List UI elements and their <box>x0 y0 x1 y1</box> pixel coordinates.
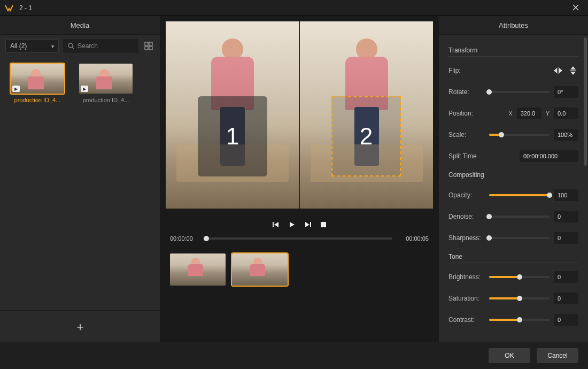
search-input[interactable]: Search <box>63 39 138 53</box>
flip-vertical-button[interactable] <box>568 65 578 76</box>
prev-frame-button[interactable] <box>272 221 280 228</box>
scrubber-track[interactable] <box>206 237 392 240</box>
media-filter-label: All (2) <box>10 42 27 50</box>
saturation-value[interactable]: 0 <box>554 293 578 304</box>
region-marker-1[interactable]: 1 <box>198 96 267 176</box>
svg-rect-10 <box>310 222 311 227</box>
svg-marker-7 <box>274 222 278 227</box>
saturation-slider[interactable] <box>489 297 550 299</box>
thumbnail-name: production ID_4... <box>9 97 66 103</box>
denoise-slider[interactable] <box>489 216 550 218</box>
sharpness-value[interactable]: 0 <box>554 232 578 244</box>
media-filter-dropdown[interactable]: All (2) ▾ <box>5 39 59 53</box>
svg-marker-15 <box>570 66 576 70</box>
saturation-label: Saturation: <box>448 295 485 302</box>
stop-button[interactable] <box>320 221 327 228</box>
play-button[interactable] <box>288 221 296 228</box>
svg-marker-14 <box>559 68 562 73</box>
brightness-label: Brightness: <box>448 273 485 281</box>
brightness-value[interactable]: 0 <box>554 271 578 283</box>
thumbnail-image: ▶ <box>11 64 64 94</box>
media-thumbnail[interactable]: ▶ production ID_4... <box>9 64 66 103</box>
rotate-label: Rotate: <box>448 88 485 96</box>
plus-icon: ＋ <box>74 319 86 335</box>
next-frame-button[interactable] <box>304 221 312 228</box>
media-panel-title: Media <box>0 16 160 35</box>
sharpness-label: Sharpness: <box>448 234 485 242</box>
flip-label: Flip: <box>448 67 485 74</box>
dialog-footer: OK Cancel <box>0 342 588 369</box>
contrast-slider[interactable] <box>489 319 550 321</box>
time-current: 00:00:00 <box>170 235 201 242</box>
scrollbar[interactable] <box>584 37 587 166</box>
svg-rect-5 <box>149 47 152 50</box>
search-icon <box>68 43 74 49</box>
position-label: Position: <box>448 110 485 117</box>
window-title: 2 - 1 <box>19 4 568 12</box>
attributes-panel-title: Attributes <box>439 16 588 35</box>
close-button[interactable] <box>568 4 584 12</box>
denoise-value[interactable]: 0 <box>554 211 578 222</box>
section-transform: Transform <box>448 44 578 57</box>
svg-marker-17 <box>570 72 576 75</box>
sharpness-slider[interactable] <box>489 237 550 239</box>
y-label: Y <box>546 110 550 117</box>
play-badge-icon: ▶ <box>12 86 20 92</box>
region-marker-2[interactable]: 2 <box>331 96 401 176</box>
svg-point-0 <box>68 43 73 48</box>
ok-button[interactable]: OK <box>489 348 530 363</box>
brightness-slider[interactable] <box>489 276 550 278</box>
svg-line-1 <box>72 47 74 49</box>
scale-value[interactable]: 100% <box>554 129 578 141</box>
chevron-down-icon: ▾ <box>51 43 54 49</box>
media-panel: Media All (2) ▾ Search ▶ production ID_4… <box>0 16 160 342</box>
scale-slider[interactable] <box>489 134 550 136</box>
svg-rect-6 <box>273 222 274 227</box>
contrast-label: Contrast: <box>448 316 485 324</box>
opacity-value[interactable]: 100 <box>554 189 578 201</box>
time-total: 00:00:05 <box>398 235 429 242</box>
scrubber-knob[interactable] <box>204 236 209 241</box>
svg-marker-9 <box>305 222 310 227</box>
scale-label: Scale: <box>448 131 485 139</box>
svg-rect-11 <box>321 222 326 227</box>
section-tone: Tone <box>448 251 578 263</box>
attributes-panel: Attributes Transform Flip: Rotate: 0° P <box>438 16 588 342</box>
grid-view-icon[interactable] <box>143 40 154 52</box>
svg-marker-8 <box>290 222 295 227</box>
play-badge-icon: ▶ <box>81 86 88 92</box>
search-placeholder: Search <box>78 42 98 50</box>
thumbnail-image: ▶ <box>79 64 133 94</box>
timeline-clip[interactable] <box>232 253 288 286</box>
opacity-label: Opacity: <box>448 191 485 199</box>
svg-marker-12 <box>554 68 557 73</box>
rotate-value[interactable]: 0° <box>554 86 578 98</box>
preview-panel: 1 2 00:00:00 00:00:05 <box>160 16 438 342</box>
contrast-value[interactable]: 0 <box>554 314 578 326</box>
title-bar: 2 - 1 <box>0 0 588 16</box>
timeline-clip[interactable] <box>170 253 226 286</box>
denoise-label: Denoise: <box>448 213 485 220</box>
x-label: X <box>508 110 512 117</box>
svg-rect-2 <box>145 42 148 45</box>
position-y-value[interactable]: 0.0 <box>554 107 578 119</box>
svg-rect-4 <box>145 47 148 50</box>
split-time-label: Split Time <box>448 152 487 160</box>
section-compositing: Compositing <box>448 169 578 181</box>
app-logo-icon <box>4 3 14 13</box>
media-thumbnail[interactable]: ▶ production ID_4... <box>77 64 135 103</box>
svg-rect-3 <box>149 42 152 45</box>
opacity-slider[interactable] <box>489 194 550 196</box>
position-x-value[interactable]: 320.0 <box>517 107 541 119</box>
preview-canvas[interactable]: 1 2 <box>166 21 433 209</box>
rotate-slider[interactable] <box>489 91 550 93</box>
add-media-button[interactable]: ＋ <box>0 310 160 342</box>
flip-horizontal-button[interactable] <box>553 65 563 76</box>
split-time-value[interactable]: 00:00:00.000 <box>520 150 578 162</box>
thumbnail-name: production ID_4... <box>77 97 135 103</box>
cancel-button[interactable]: Cancel <box>537 348 578 363</box>
transport-controls <box>160 214 438 235</box>
